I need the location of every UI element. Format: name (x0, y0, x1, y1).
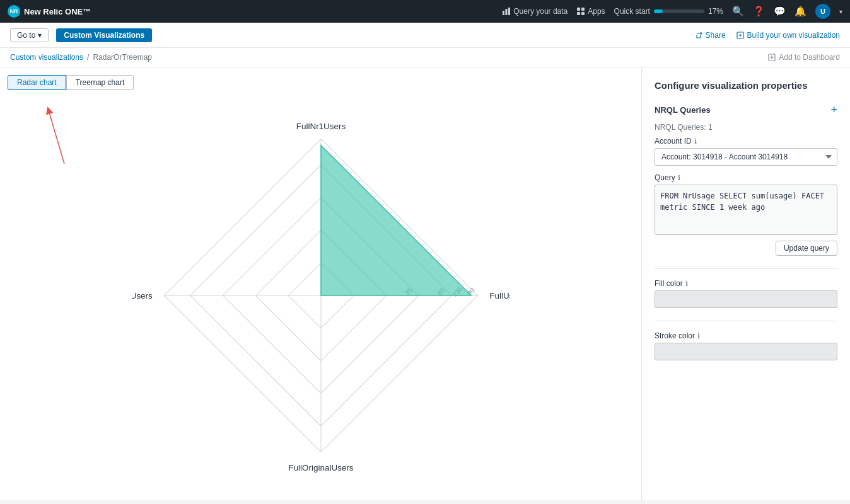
update-query-button[interactable]: Update query (776, 241, 837, 256)
tab-radar-chart[interactable]: Radar chart (8, 75, 66, 90)
progress-fill (654, 9, 663, 13)
breadcrumb: Custom visualizations / RadarOrTreemap (10, 53, 152, 62)
bell-icon[interactable]: 🔔 (795, 6, 806, 17)
breadcrumb-separator: / (87, 53, 89, 62)
svg-rect-4 (581, 8, 585, 11)
help-icon[interactable]: ❓ (753, 6, 765, 17)
build-visualization-button[interactable]: Build your own visualization (736, 31, 840, 40)
stroke-color-label: Stroke color ℹ (655, 331, 837, 340)
query-label: Query ℹ (655, 173, 837, 182)
config-title: Configure visualization properties (655, 80, 837, 91)
share-button[interactable]: Share (694, 31, 726, 40)
quick-start: Quick start 17% (614, 7, 723, 16)
brand: NR New Relic ONE™ (8, 5, 91, 18)
fill-color-section: Fill color ℹ (655, 279, 837, 308)
svg-rect-3 (577, 8, 580, 11)
svg-rect-5 (577, 12, 580, 15)
account-id-field: Account ID ℹ Account: 3014918 - Account … (655, 137, 837, 166)
custom-visualizations-button[interactable]: Custom Visualizations (56, 28, 152, 42)
query-data-link[interactable]: Query your data (502, 7, 568, 16)
nrql-section-header: NRQL Queries + (655, 103, 837, 117)
svg-rect-0 (503, 11, 504, 15)
account-id-info-icon[interactable]: ℹ (694, 137, 697, 146)
svg-rect-2 (508, 8, 510, 15)
progress-track (654, 9, 704, 13)
apps-link[interactable]: Apps (576, 7, 605, 16)
toolbar: Go to ▾ Custom Visualizations Share Buil… (0, 23, 850, 48)
dashboard-icon (767, 53, 776, 62)
brand-name: New Relic ONE™ (24, 7, 91, 16)
chart-icon (502, 7, 511, 16)
toolbar-actions: Share Build your own visualization (694, 31, 840, 40)
search-icon[interactable]: 🔍 (732, 6, 744, 17)
topnav-right: Query your data Apps Quick start 17% 🔍 ❓… (502, 4, 842, 19)
fill-color-info-icon[interactable]: ℹ (685, 280, 688, 288)
svg-text:BasicUsers: BasicUsers (132, 291, 153, 301)
chevron-down-icon[interactable]: ▾ (839, 8, 842, 15)
svg-rect-6 (581, 12, 585, 15)
divider-1 (655, 268, 837, 269)
chat-icon[interactable]: 💬 (774, 6, 786, 17)
svg-text:FullOriginalUsers: FullOriginalUsers (288, 462, 353, 472)
nrql-section: NRQL Queries + NRQL Queries: 1 Account I… (655, 103, 837, 256)
fill-color-input[interactable] (655, 290, 837, 308)
svg-text:FullNr1Users: FullNr1Users (296, 121, 346, 130)
add-to-dashboard-button[interactable]: Add to Dashboard (767, 53, 840, 62)
account-id-label: Account ID ℹ (655, 137, 837, 146)
avatar[interactable]: U (815, 4, 830, 19)
chart-area: 35 60 135 80 FullNr1Users FullUsers Full… (8, 98, 634, 493)
build-icon (736, 31, 745, 40)
svg-rect-1 (506, 9, 508, 15)
stroke-color-input[interactable] (655, 343, 837, 360)
apps-icon (576, 7, 585, 16)
stroke-color-section: Stroke color ℹ (655, 331, 837, 360)
quick-start-label: Quick start (614, 7, 650, 16)
topnav: NR New Relic ONE™ Query your data Apps Q… (0, 0, 850, 23)
goto-button[interactable]: Go to ▾ (10, 28, 49, 42)
main-content: Radar chart Treemap chart (0, 67, 850, 500)
breadcrumb-current: RadarOrTreemap (93, 53, 152, 62)
progress-label: 17% (708, 7, 723, 16)
config-panel: Configure visualization properties NRQL … (642, 67, 850, 500)
divider-2 (655, 321, 837, 321)
chart-tabs: Radar chart Treemap chart (8, 75, 634, 90)
tab-treemap-chart[interactable]: Treemap chart (66, 75, 134, 90)
nr-logo: NR (8, 5, 20, 18)
chart-panel: Radar chart Treemap chart (0, 67, 642, 500)
nrql-subsection-label: NRQL Queries: 1 (655, 123, 837, 132)
add-nrql-icon[interactable]: + (830, 103, 837, 117)
svg-line-9 (49, 110, 64, 164)
account-id-select[interactable]: Account: 3014918 - Account 3014918 (655, 148, 837, 166)
share-icon (694, 31, 703, 40)
query-field: Query ℹ FROM NrUsage SELECT sum(usage) F… (655, 173, 837, 256)
annotation-arrow (33, 104, 71, 173)
breadcrumb-parent[interactable]: Custom visualizations (10, 53, 83, 62)
svg-text:FullUsers: FullUsers (489, 291, 510, 301)
radar-chart-svg: 35 60 135 80 FullNr1Users FullUsers Full… (132, 113, 510, 478)
nrql-section-title: NRQL Queries (655, 105, 711, 115)
fill-color-label: Fill color ℹ (655, 279, 837, 288)
query-info-icon[interactable]: ℹ (678, 174, 680, 182)
stroke-color-info-icon[interactable]: ℹ (697, 332, 700, 340)
breadcrumb-bar: Custom visualizations / RadarOrTreemap A… (0, 48, 850, 67)
svg-marker-23 (321, 145, 471, 295)
query-input[interactable]: FROM NrUsage SELECT sum(usage) FACET met… (655, 185, 837, 235)
